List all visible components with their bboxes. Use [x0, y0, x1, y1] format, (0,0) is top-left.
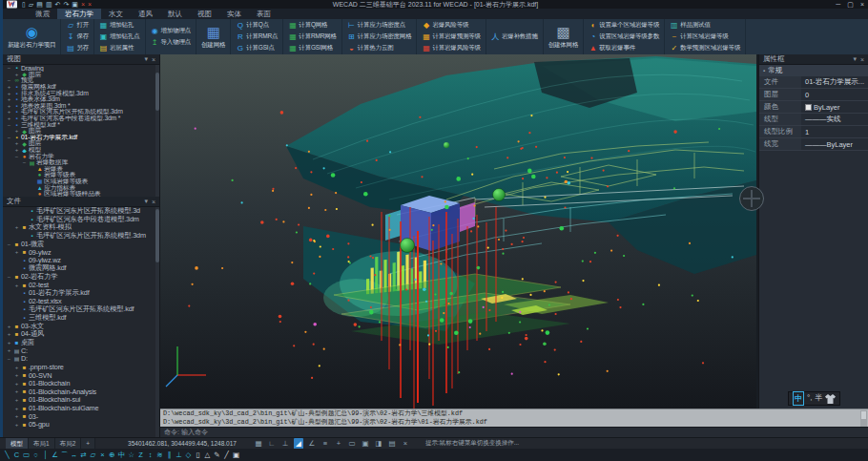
- selection-cycling-icon[interactable]: ◨: [374, 438, 383, 450]
- tree-item[interactable]: + ▪ 排水系统4三维模型.3dm: [3, 90, 159, 96]
- ortho-toggle-icon[interactable]: ⊥: [280, 438, 290, 450]
- math-predict-region-rockburst-level-button[interactable]: ✓ 数学预测区域岩爆等级: [667, 43, 743, 54]
- hatch-tool-icon[interactable]: ≋: [155, 449, 164, 461]
- star-tool-icon[interactable]: ☆: [127, 449, 135, 461]
- pin-icon[interactable]: ▾: [144, 198, 148, 205]
- add-borehole-button[interactable]: ▦ 增加钻孔: [96, 20, 143, 31]
- navigation-wheel-icon[interactable]: [739, 186, 764, 211]
- set-region-rockburst-level-params-button[interactable]: ◔ 设置区域岩爆等级参数: [586, 31, 662, 43]
- polar-toggle-icon[interactable]: ◢: [294, 438, 303, 450]
- ribbon-tab[interactable]: 水文: [101, 9, 131, 19]
- tree-item[interactable]: ▪ 微震网格.kdf: [3, 264, 159, 273]
- expander-icon[interactable]: +: [13, 72, 20, 77]
- close-button-icon[interactable]: ×: [860, 0, 864, 9]
- tree-item[interactable]: − ● 岩石力学: [3, 153, 159, 159]
- compute-gsi-mesh-button[interactable]: ▦ 计算GSI网格: [285, 43, 339, 54]
- compute-rmr-point-button[interactable]: R 计算RMR点: [233, 31, 280, 43]
- property-value[interactable]: 1: [801, 126, 868, 137]
- tree-item[interactable]: + ■ 桌面: [3, 339, 159, 347]
- erase-tool-icon[interactable]: ×: [98, 449, 107, 461]
- expander-icon[interactable]: +: [13, 381, 20, 387]
- tree-item[interactable]: + ▪ 毛坪矿区河东各中段巷道模型.3dm *: [3, 115, 159, 122]
- pencil-tool-icon[interactable]: ✎: [213, 449, 221, 461]
- tree-item[interactable]: + ■ 水文资料-模拟: [3, 223, 159, 232]
- tree-item[interactable]: + ◆ 图层: [3, 72, 159, 78]
- osnap-toggle-icon[interactable]: ∠: [307, 438, 317, 450]
- ribbon-tab[interactable]: 默认: [160, 9, 190, 19]
- property-value[interactable]: 01-岩石力学展示...: [801, 76, 868, 88]
- expander-icon[interactable]: +: [13, 249, 20, 255]
- collapse-icon[interactable]: ▪: [763, 68, 765, 73]
- tree-item[interactable]: + ■ 02-test: [3, 281, 159, 289]
- grid-toggle-icon[interactable]: ▦: [254, 438, 263, 450]
- parallel-tool-icon[interactable]: ∥: [165, 449, 174, 461]
- close-icon[interactable]: ×: [152, 56, 155, 63]
- expander-icon[interactable]: +: [13, 397, 20, 403]
- tree-item[interactable]: + ▤ C:: [3, 346, 159, 355]
- import-physical-point-button[interactable]: ↥ 导入物理点: [148, 37, 195, 49]
- tree-item[interactable]: + ■ 01-Blockchain-Analysis: [3, 388, 159, 396]
- rockburst-risk-level-button[interactable]: ◆ 岩爆风险等级: [419, 20, 483, 31]
- 3d-viewport[interactable]: [160, 54, 756, 409]
- tree-item[interactable]: + ▪ 毛坪矿区河东片区开拓系统模型.3dm: [3, 109, 159, 115]
- minimize-button-icon[interactable]: ─: [836, 0, 840, 9]
- tree-item[interactable]: − ▤ 岩爆数据库: [3, 159, 159, 166]
- pin-icon[interactable]: ▾: [144, 55, 148, 63]
- perpendicular-tool-icon[interactable]: ⊥: [175, 449, 183, 461]
- grid-tool-icon[interactable]: ▣: [232, 449, 240, 461]
- add-physical-point-button[interactable]: ◉ 增加物理点: [148, 26, 195, 37]
- compute-q-point-button[interactable]: Q 计算Q点: [233, 20, 280, 31]
- clothes-icon[interactable]: [825, 394, 836, 404]
- circle-tool-icon[interactable]: ○: [31, 449, 40, 461]
- files-tree-scrollbar[interactable]: [155, 207, 159, 437]
- maximize-button-icon[interactable]: ▢: [847, 0, 854, 9]
- tree-item[interactable]: ▪ 毛坪矿区河东片区开拓系统模型.3d: [3, 207, 159, 216]
- expander-icon[interactable]: +: [6, 324, 12, 329]
- plot-icon[interactable]: ▥: [46, 0, 52, 9]
- tree-item[interactable]: + ■ 01-Blockchain-sui: [3, 396, 159, 405]
- expander-icon[interactable]: −: [21, 159, 28, 165]
- dynamic-input-icon[interactable]: +: [334, 438, 343, 450]
- angle-tool-icon[interactable]: ∠: [51, 449, 59, 461]
- view-tree-scrollbar[interactable]: [155, 65, 159, 197]
- center-tool-icon[interactable]: 中: [117, 449, 126, 461]
- compute-q-mesh-button[interactable]: ▦ 计算Q网格: [285, 20, 339, 31]
- rectangle-tool-icon[interactable]: ▭: [22, 449, 31, 461]
- tree-item[interactable]: ▪ 01-岩石力学展示.kdf: [3, 289, 159, 298]
- expander-icon[interactable]: +: [6, 96, 12, 102]
- compute-region-rockburst-level-button[interactable]: ~ 计算区域岩爆等级: [667, 31, 743, 43]
- expander-icon[interactable]: +: [13, 140, 20, 146]
- property-row[interactable]: 文件 01-岩石力学展示...: [759, 76, 868, 89]
- tree-item[interactable]: − ▪ 三维模型.kdf *: [3, 121, 159, 128]
- compute-rockburst-forecast-level-button[interactable]: ▦ 计算岩爆预测等级: [419, 31, 483, 43]
- move-tool-icon[interactable]: ↔: [70, 449, 78, 461]
- tree-item[interactable]: ▪ 毛坪矿区河东各中段巷道模型.3dm: [3, 216, 159, 224]
- expander-icon[interactable]: −: [6, 65, 12, 71]
- tree-item[interactable]: + ◆ 模型: [3, 147, 159, 154]
- redo-icon[interactable]: ↷: [63, 0, 69, 9]
- expander-icon[interactable]: +: [13, 406, 20, 411]
- slash-tool-icon[interactable]: ╱: [222, 449, 231, 461]
- command-input[interactable]: 命令: 输入命令: [160, 427, 868, 437]
- ribbon-tab[interactable]: 通风: [131, 9, 160, 19]
- updown-tool-icon[interactable]: ↕: [146, 449, 155, 461]
- tree-item[interactable]: ● 岩爆等级表: [3, 172, 159, 178]
- snap-toggle[interactable]: 中: [793, 391, 804, 406]
- expander-icon[interactable]: +: [6, 84, 12, 90]
- tree-item[interactable]: ▲ 岩爆表: [3, 166, 159, 173]
- open-file-icon[interactable]: ▱: [29, 0, 33, 9]
- tree-item[interactable]: ▪ 09-ylwz.wz: [3, 257, 159, 265]
- tree-item[interactable]: + ■ 00-SVN: [3, 371, 159, 380]
- transparency-toggle-icon[interactable]: ▣: [361, 438, 370, 450]
- block-tool-icon[interactable]: ▯: [194, 449, 202, 461]
- tree-item[interactable]: + ▪ 微震网格.kdf: [3, 84, 159, 91]
- otrack-toggle-icon[interactable]: ≡: [320, 438, 330, 450]
- tree-item[interactable]: − ▤ D:: [3, 355, 159, 364]
- expander-icon[interactable]: +: [13, 422, 20, 428]
- tree-item[interactable]: − ∞ 预览: [3, 77, 159, 84]
- expander-icon[interactable]: +: [13, 365, 20, 370]
- command-scrollbar[interactable]: [860, 410, 867, 427]
- property-value[interactable]: 0: [801, 89, 868, 100]
- snap-toggle-icon[interactable]: ∟: [267, 438, 277, 450]
- layout-tab[interactable]: 模型: [6, 438, 29, 450]
